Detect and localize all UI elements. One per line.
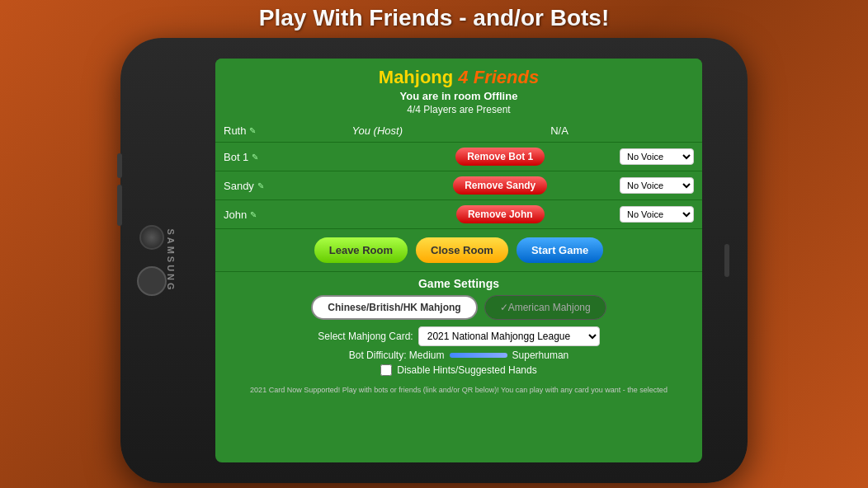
bottom-note: 2021 Card Now Supported! Play with bots … (215, 384, 702, 396)
table-row: John ✎ Remove John No Voice (215, 200, 702, 229)
player-name-john: John ✎ (224, 209, 323, 221)
player-status-ruth: You (Host) (331, 120, 424, 143)
voice-select-bot1[interactable]: No Voice (620, 148, 694, 165)
edit-icon-sandy: ✎ (257, 181, 264, 190)
app-title-mahjong: Mahjong (379, 67, 453, 87)
home-button[interactable] (137, 266, 167, 296)
card-select-row: Select Mahjong Card: 2021 National Mahjo… (224, 326, 694, 346)
american-mahjong-button[interactable]: ✓American Mahjong (484, 295, 606, 320)
difficulty-end: Superhuman (512, 350, 569, 361)
front-camera (139, 225, 164, 250)
game-settings-title: Game Settings (224, 277, 694, 290)
players-present: 4/4 Players are Present (219, 104, 698, 115)
room-info: You are in room Offline (219, 90, 698, 102)
phone-screen: Mahjong 4 Friends You are in room Offlin… (215, 59, 702, 462)
table-row: Bot 1 ✎ Remove Bot 1 No Voice (215, 143, 702, 171)
samsung-label: SAMSUNG (166, 228, 176, 292)
app-title-friends: 4 Friends (453, 67, 539, 87)
start-game-button[interactable]: Start Game (517, 237, 603, 263)
mahjong-type-buttons: Chinese/British/HK Mahjong ✓American Mah… (224, 295, 694, 320)
phone-left-area (137, 225, 167, 296)
player-name-bot1: Bot 1 ✎ (224, 151, 323, 163)
right-buttons (724, 244, 729, 277)
app-title: Mahjong 4 Friends (219, 67, 698, 88)
voice-select-john[interactable]: No Voice (620, 206, 694, 223)
page-title: Play With Friends - and/or Bots! (259, 5, 609, 31)
player-action-ruth: N/A (424, 120, 577, 143)
vol-down-btn[interactable] (117, 185, 122, 226)
close-room-button[interactable]: Close Room (416, 237, 508, 263)
hints-label: Disable Hints/Suggested Hands (397, 364, 536, 376)
vol-up-btn[interactable] (117, 153, 122, 178)
left-buttons (117, 153, 122, 226)
player-name-sandy: Sandy ✎ (224, 180, 323, 192)
difficulty-row: Bot Difficulty: Medium Superhuman (224, 350, 694, 361)
remove-sandy-button[interactable]: Remove Sandy (453, 176, 547, 195)
power-btn[interactable] (724, 244, 729, 277)
table-row: Sandy ✎ Remove Sandy No Voice (215, 171, 702, 200)
hints-row: Disable Hints/Suggested Hands (224, 364, 694, 376)
player-name-ruth: Ruth ✎ (224, 124, 323, 137)
difficulty-label: Bot Difficulty: Medium (349, 350, 445, 361)
edit-icon-john: ✎ (250, 210, 257, 219)
players-table: Ruth ✎ You (Host) N/A Bot 1 ✎ (215, 120, 702, 229)
edit-icon-bot1: ✎ (252, 152, 258, 162)
hints-checkbox[interactable] (380, 364, 392, 376)
remove-john-button[interactable]: Remove John (456, 205, 545, 223)
screen-header: Mahjong 4 Friends You are in room Offlin… (215, 59, 702, 120)
card-label: Select Mahjong Card: (318, 331, 413, 342)
phone-device: SAMSUNG Mahjong 4 Friends You are in roo… (120, 38, 748, 483)
voice-select-sandy[interactable]: No Voice (620, 177, 694, 194)
game-settings-section: Game Settings Chinese/British/HK Mahjong… (215, 271, 702, 384)
remove-bot1-button[interactable]: Remove Bot 1 (455, 148, 545, 166)
action-buttons: Leave Room Close Room Start Game (215, 229, 702, 271)
leave-room-button[interactable]: Leave Room (314, 237, 408, 263)
difficulty-slider[interactable] (450, 353, 507, 358)
card-select[interactable]: 2021 National Mahjongg League (418, 326, 600, 346)
table-row: Ruth ✎ You (Host) N/A (215, 120, 702, 143)
edit-icon-ruth: ✎ (249, 126, 256, 135)
chinese-mahjong-button[interactable]: Chinese/British/HK Mahjong (311, 295, 477, 320)
